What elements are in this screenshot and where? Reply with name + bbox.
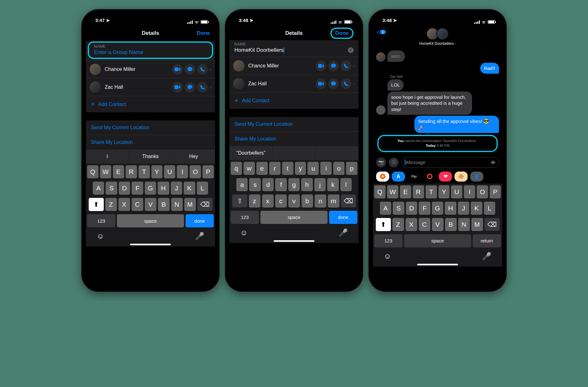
add-contact-button[interactable]: + Add Contact	[229, 93, 359, 109]
shift-key[interactable]: ⬆	[376, 218, 391, 231]
key[interactable]: C	[132, 198, 143, 211]
key[interactable]: V	[145, 198, 156, 211]
keyboard-suggestions[interactable]: "Doorbellers"	[229, 146, 359, 160]
key[interactable]: f	[275, 178, 286, 191]
back-button[interactable]: ‹ 1	[377, 28, 386, 36]
key[interactable]: L	[197, 182, 208, 195]
key[interactable]: J	[458, 202, 469, 215]
key[interactable]: r	[269, 162, 281, 175]
key[interactable]: w	[244, 162, 255, 175]
keyboard[interactable]: qwertyuiop asdfghjkl ⇧ zxcvbnm ⌫ 123 spa…	[229, 160, 359, 243]
key[interactable]: Y	[438, 185, 450, 199]
message-bubble[interactable]: woo.	[387, 50, 405, 62]
keyboard-action-key[interactable]: return	[473, 234, 501, 247]
home-indicator[interactable]	[417, 264, 458, 265]
emoji-key[interactable]: ☺	[384, 252, 391, 261]
share-location-button[interactable]: Share My Location	[229, 131, 359, 146]
key[interactable]: X	[118, 198, 130, 211]
key[interactable]: D	[406, 202, 417, 215]
key[interactable]: l	[340, 178, 352, 191]
backspace-key[interactable]: ⌫	[341, 194, 356, 208]
message-bubble[interactable]: Sending all the approval vibes! 😎 🚀	[414, 116, 499, 133]
home-indicator[interactable]	[130, 244, 171, 245]
keyboard-action-key[interactable]: done	[329, 211, 357, 224]
key[interactable]: Q	[87, 165, 98, 178]
send-location-button[interactable]: Send My Current Location	[86, 120, 215, 135]
clear-text-icon[interactable]: ✕	[348, 47, 354, 53]
message-bubble[interactable]: Rad!!	[480, 63, 499, 74]
key[interactable]: S	[393, 202, 404, 215]
phone-icon[interactable]	[197, 82, 208, 93]
send-location-button[interactable]: Send My Current Location	[229, 117, 359, 131]
key[interactable]: A	[93, 182, 104, 195]
key[interactable]: G	[145, 182, 156, 195]
key[interactable]: N	[171, 198, 183, 211]
numbers-key[interactable]: 123	[87, 214, 115, 227]
key[interactable]: g	[288, 178, 300, 191]
key[interactable]: E	[113, 165, 124, 178]
key[interactable]: I	[177, 165, 188, 178]
message-icon[interactable]	[185, 64, 195, 75]
mic-key[interactable]: 🎤	[339, 228, 348, 237]
message-input[interactable]: iMessage	[401, 157, 499, 168]
memoji-app-icon[interactable]: 👤	[470, 172, 483, 182]
key[interactable]: O	[190, 165, 201, 178]
animoji-app-icon[interactable]: 🐵	[454, 172, 468, 182]
key[interactable]: x	[262, 194, 274, 208]
photos-app-icon[interactable]: 🏵️	[376, 172, 389, 182]
key[interactable]: Q	[374, 185, 386, 199]
key[interactable]: p	[346, 162, 357, 175]
key[interactable]: u	[307, 162, 319, 175]
key[interactable]: C	[419, 218, 430, 231]
key[interactable]: O	[477, 185, 488, 199]
key[interactable]: Z	[105, 198, 117, 211]
keyboard-action-key[interactable]: done	[186, 214, 214, 227]
key[interactable]: e	[256, 162, 268, 175]
message-icon[interactable]	[328, 61, 339, 71]
key[interactable]: a	[236, 178, 248, 191]
key[interactable]: o	[333, 162, 344, 175]
key[interactable]: M	[184, 198, 196, 211]
key[interactable]: W	[387, 185, 398, 199]
key[interactable]: c	[275, 194, 287, 208]
numbers-key[interactable]: 123	[374, 234, 402, 247]
shift-key[interactable]: ⇧	[232, 194, 247, 208]
contact-row[interactable]: Chance Miller ›	[229, 57, 359, 75]
key[interactable]: J	[171, 182, 182, 195]
app-store-icon[interactable]: Ⓐ	[389, 157, 399, 167]
emoji-key[interactable]: ☺	[97, 232, 104, 241]
video-icon[interactable]	[316, 61, 326, 71]
appstore-app-icon[interactable]: A	[392, 172, 405, 182]
message-bubble[interactable]: sooo hope i get approval for launch, but…	[387, 92, 472, 115]
key[interactable]: W	[100, 165, 111, 178]
video-icon[interactable]	[172, 82, 183, 93]
mic-key[interactable]: 🎤	[195, 232, 204, 241]
key[interactable]: E	[400, 185, 411, 199]
heart-app-icon[interactable]: ❤	[439, 172, 452, 182]
done-button[interactable]: Done	[330, 28, 354, 39]
key[interactable]: A	[380, 202, 391, 215]
key[interactable]: L	[484, 202, 495, 215]
key[interactable]: P	[490, 185, 501, 199]
group-name-input[interactable]: HomeKit Doorbellers ✕	[229, 47, 359, 57]
message-icon[interactable]	[328, 78, 339, 89]
key[interactable]: H	[445, 202, 456, 215]
key[interactable]: P	[202, 165, 214, 178]
key[interactable]: z	[249, 194, 260, 208]
key[interactable]: V	[432, 218, 444, 231]
numbers-key[interactable]: 123	[231, 211, 259, 224]
key[interactable]: B	[158, 198, 170, 211]
key[interactable]: k	[327, 178, 339, 191]
key[interactable]: K	[184, 182, 195, 195]
group-name-input[interactable]: Enter a Group Name	[91, 49, 210, 57]
camera-icon[interactable]: 📷	[376, 157, 386, 167]
key[interactable]: D	[119, 182, 130, 195]
shift-key[interactable]: ⬆	[89, 198, 104, 211]
key[interactable]: R	[413, 185, 424, 199]
phone-icon[interactable]	[341, 78, 351, 89]
key[interactable]: F	[419, 202, 430, 215]
key[interactable]: h	[301, 178, 312, 191]
space-key[interactable]: space	[260, 211, 328, 224]
key[interactable]: d	[262, 178, 274, 191]
key[interactable]: Z	[392, 218, 404, 231]
